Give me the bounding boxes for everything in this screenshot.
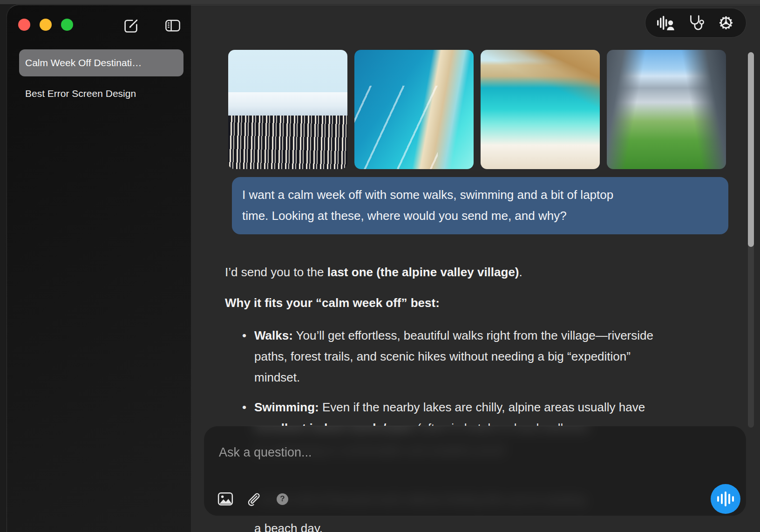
attachment-image-penguins[interactable] — [228, 50, 347, 169]
stethoscope-icon — [687, 14, 705, 31]
user-message-line: time. Looking at these, where would you … — [242, 205, 728, 226]
obscured-text-line: a beach day. — [254, 518, 323, 532]
chat-item-label: Calm Week Off Destinati… — [25, 57, 142, 68]
sidebar-actions — [121, 15, 183, 36]
user-message-line: I want a calm week off with some walks, … — [242, 184, 728, 205]
bullet-label: Swimming: — [254, 400, 319, 414]
assistant-response: I’d send you to the last one (the alpine… — [225, 262, 688, 448]
background-window-edge — [0, 0, 760, 4]
chat-item-best-error-screen[interactable]: Best Error Screen Design — [19, 83, 183, 104]
bullet-marker: • — [242, 397, 246, 418]
attach-file-button[interactable] — [248, 491, 263, 506]
settings-button[interactable] — [716, 13, 736, 33]
scrollbar-thumb[interactable] — [748, 52, 754, 247]
help-icon: ? — [277, 493, 288, 505]
intro-bold: last one (the alpine valley village) — [327, 265, 519, 279]
heading-text: Why it fits your “calm week off” best: — [225, 296, 440, 310]
bullet-walks: •Walks: You’ll get effortless, beautiful… — [225, 325, 660, 388]
traffic-lights — [18, 19, 73, 31]
bullet-body: Even if the nearby lakes are chilly, alp… — [319, 400, 645, 414]
toolbar — [645, 8, 746, 38]
intro-text: I’d send you to the — [225, 265, 327, 279]
chat-item-label: Best Error Screen Design — [25, 88, 136, 99]
minimize-button[interactable] — [40, 19, 52, 31]
attachment-image-alpine-village[interactable] — [607, 50, 726, 169]
bullet-marker: • — [242, 325, 246, 346]
voice-conversation-icon — [656, 14, 675, 31]
zoom-button[interactable] — [61, 19, 73, 31]
attachment-image-beach[interactable] — [481, 50, 600, 169]
help-button[interactable]: ? — [277, 493, 288, 505]
sidebar-toggle-icon — [164, 17, 181, 34]
voice-input-button[interactable] — [711, 484, 740, 514]
composer-actions: ? — [217, 491, 288, 507]
bullet-label: Walks: — [254, 328, 293, 342]
response-bullet-list: •Walks: You’ll get effortless, beautiful… — [225, 325, 660, 439]
sidebar: Calm Week Off Destinati… Best Error Scre… — [7, 5, 191, 532]
chat-item-calm-week-off[interactable]: Calm Week Off Destinati… — [19, 49, 183, 76]
bullet-body: You’ll get effortless, beautiful walks r… — [254, 328, 653, 384]
add-image-button[interactable] — [217, 491, 234, 507]
stethoscope-button[interactable] — [685, 13, 706, 33]
composer: ? — [204, 426, 746, 516]
message-input[interactable] — [218, 445, 637, 460]
settings-gear-icon — [717, 14, 735, 32]
new-chat-button[interactable] — [121, 15, 141, 36]
close-button[interactable] — [18, 19, 30, 31]
attachment-image-lagoon[interactable] — [354, 50, 474, 169]
voice-conversation-button[interactable] — [655, 13, 676, 33]
paperclip-icon — [248, 491, 263, 506]
response-intro: I’d send you to the last one (the alpine… — [225, 262, 688, 283]
waveform-icon — [717, 496, 719, 502]
user-message-bubble: I want a calm week off with some walks, … — [232, 177, 728, 234]
photo-icon — [217, 491, 234, 507]
response-heading: Why it fits your “calm week off” best: — [225, 293, 688, 314]
toggle-sidebar-button[interactable] — [163, 15, 183, 36]
compose-icon — [122, 17, 139, 34]
intro-tail: . — [519, 265, 522, 279]
